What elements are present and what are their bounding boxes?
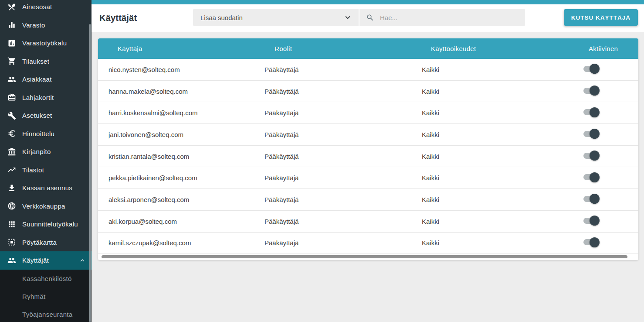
table-row: hanna.makela@solteq.com Pääkäyttäjä Kaik…	[98, 81, 638, 103]
permissions-cell: Kaikki	[422, 131, 439, 138]
user-email-cell: kristian.rantala@solteq.com	[108, 153, 189, 160]
download-icon	[7, 184, 16, 192]
column-header-active: Aktiivinen	[580, 45, 638, 52]
permissions-cell: Kaikki	[422, 88, 439, 95]
sidebar-item-k-ytt-j-t[interactable]: Käyttäjät	[0, 251, 92, 270]
sidebar-scrollbar[interactable]	[89, 24, 91, 322]
table-row: kamil.szczupak@solteq.com Pääkäyttäjä Ka…	[98, 233, 638, 254]
sidebar-item-p-yt-kartta[interactable]: Pöytäkartta	[0, 233, 92, 252]
sidebar-subitem-kassahenkil-st[interactable]: Kassahenkilöstö	[0, 270, 92, 288]
sidebar-item-hinnoittelu[interactable]: Hinnoittelu	[0, 125, 92, 143]
permissions-cell: Kaikki	[422, 239, 439, 247]
column-header-user: Käyttäjä	[98, 45, 264, 52]
active-toggle[interactable]	[583, 88, 598, 94]
shopping-cart-icon	[7, 57, 16, 65]
sidebar-item-asetukset[interactable]: Asetukset	[0, 106, 92, 125]
table-row: jani.toivonen@solteq.com Pääkäyttäjä Kai…	[98, 124, 638, 146]
permissions-cell: Kaikki	[422, 66, 439, 73]
user-email-cell: harri.koskensalmi@solteq.com	[108, 109, 197, 116]
table-row: aki.korpua@solteq.com Pääkäyttäjä Kaikki	[98, 211, 638, 233]
toggle-knob	[590, 129, 600, 139]
sidebar-item-varasto[interactable]: Varasto	[0, 16, 92, 34]
permissions-cell: Kaikki	[422, 109, 439, 116]
sidebar-item-varastoty-kalu[interactable]: Varastotyökalu	[0, 34, 92, 52]
toggle-knob	[590, 172, 600, 182]
sidebar-item-suunnitteluty-kalu[interactable]: Suunnittelutyökalu	[0, 215, 92, 233]
active-toggle[interactable]	[583, 174, 598, 180]
restaurant-icon	[7, 3, 16, 11]
sidebar-subitem-ryhm-t[interactable]: Ryhmät	[0, 288, 92, 305]
role-cell: Pääkäyttäjä	[264, 109, 298, 116]
column-header-permissions: Käyttöoikeudet	[422, 45, 580, 52]
trending-up-icon	[7, 165, 16, 174]
active-toggle[interactable]	[583, 239, 598, 245]
sidebar-item-asiakkaat[interactable]: Asiakkaat	[0, 70, 92, 89]
table-row: harri.koskensalmi@solteq.com Pääkäyttäjä…	[98, 102, 638, 124]
euro-icon	[7, 129, 16, 138]
role-cell: Pääkäyttäjä	[264, 174, 298, 182]
active-toggle[interactable]	[583, 131, 598, 137]
horizontal-scrollbar-track	[98, 254, 638, 260]
user-email-cell: aleksi.arponen@solteq.com	[108, 196, 189, 203]
bar-chart-icon	[7, 21, 16, 29]
toggle-knob	[590, 151, 600, 161]
sidebar-item-lahjakortit[interactable]: Lahjakortit	[0, 89, 92, 107]
wrench-icon	[7, 111, 16, 120]
toggle-knob	[590, 64, 600, 74]
toggle-knob	[590, 86, 600, 96]
user-email-cell: jani.toivonen@solteq.com	[108, 131, 183, 138]
invite-user-button[interactable]: KUTSU KÄYTTÄJÄ	[564, 9, 638, 26]
users-table: Käyttäjä Roolit Käyttöoikeudet Aktiivine…	[98, 38, 638, 260]
filter-dropdown[interactable]: Lisää suodatin	[193, 9, 359, 26]
sidebar-item-tilastot[interactable]: Tilastot	[0, 161, 92, 179]
chevron-up-icon	[78, 257, 86, 264]
sidebar-item-tilaukset[interactable]: Tilaukset	[0, 52, 92, 71]
chevron-down-icon	[343, 13, 353, 22]
search-box	[359, 9, 525, 26]
table-row: pekka.pietikainen@solteq.com Pääkäyttäjä…	[98, 167, 638, 189]
toggle-knob	[590, 237, 600, 247]
permissions-cell: Kaikki	[422, 174, 439, 182]
sidebar-item-verkkokauppa[interactable]: Verkkokauppa	[0, 197, 92, 216]
horizontal-scrollbar-thumb[interactable]	[102, 255, 627, 258]
user-email-cell: kamil.szczupak@solteq.com	[108, 239, 191, 247]
table-body: nico.nysten@solteq.com Pääkäyttäjä Kaikk…	[98, 59, 638, 254]
table-row: nico.nysten@solteq.com Pääkäyttäjä Kaikk…	[98, 59, 638, 81]
people-icon	[7, 75, 16, 84]
role-cell: Pääkäyttäjä	[264, 196, 298, 203]
search-input[interactable]	[379, 14, 520, 22]
active-toggle[interactable]	[583, 66, 598, 72]
sidebar-subitem-ty-ajanseuranta[interactable]: Työajanseuranta	[0, 305, 92, 322]
active-toggle[interactable]	[583, 218, 598, 224]
role-cell: Pääkäyttäjä	[264, 88, 298, 95]
column-header-roles: Roolit	[264, 45, 422, 52]
active-toggle[interactable]	[583, 109, 598, 115]
chart-box-icon	[7, 39, 16, 48]
app-root: Ainesosat Varasto Varastotyökalu Tilauks…	[0, 0, 644, 322]
table-header-row: Käyttäjä Roolit Käyttöoikeudet Aktiivine…	[98, 38, 638, 59]
user-email-cell: nico.nysten@solteq.com	[108, 66, 180, 73]
sidebar-item-kassan-asennus[interactable]: Kassan asennus	[0, 179, 92, 197]
permissions-cell: Kaikki	[422, 196, 439, 203]
user-email-cell: aki.korpua@solteq.com	[108, 218, 177, 225]
permissions-cell: Kaikki	[422, 218, 439, 225]
search-icon	[366, 14, 374, 22]
role-cell: Pääkäyttäjä	[264, 153, 298, 160]
filter-dropdown-label: Lisää suodatin	[200, 14, 243, 21]
people-icon	[7, 256, 16, 265]
grid-icon	[7, 220, 16, 229]
main-content: Käyttäjät Lisää suodatin KUTSU KÄYTTÄJÄ …	[92, 0, 644, 322]
permissions-cell: Kaikki	[422, 153, 439, 160]
active-toggle[interactable]	[583, 196, 598, 202]
active-toggle[interactable]	[583, 153, 598, 159]
sidebar-item-kirjanpito[interactable]: Kirjanpito	[0, 143, 92, 161]
sidebar-menu: Ainesosat Varasto Varastotyökalu Tilauks…	[0, 0, 92, 322]
gift-icon	[7, 93, 16, 102]
sidebar-submenu: Kassahenkilöstö Ryhmät Työajanseuranta	[0, 270, 92, 322]
table-map-icon	[7, 238, 16, 247]
sidebar-item-ainesosat[interactable]: Ainesosat	[0, 0, 92, 16]
bank-icon	[7, 147, 16, 156]
toggle-knob	[590, 107, 600, 117]
user-email-cell: pekka.pietikainen@solteq.com	[108, 174, 197, 182]
toggle-knob	[590, 216, 600, 226]
